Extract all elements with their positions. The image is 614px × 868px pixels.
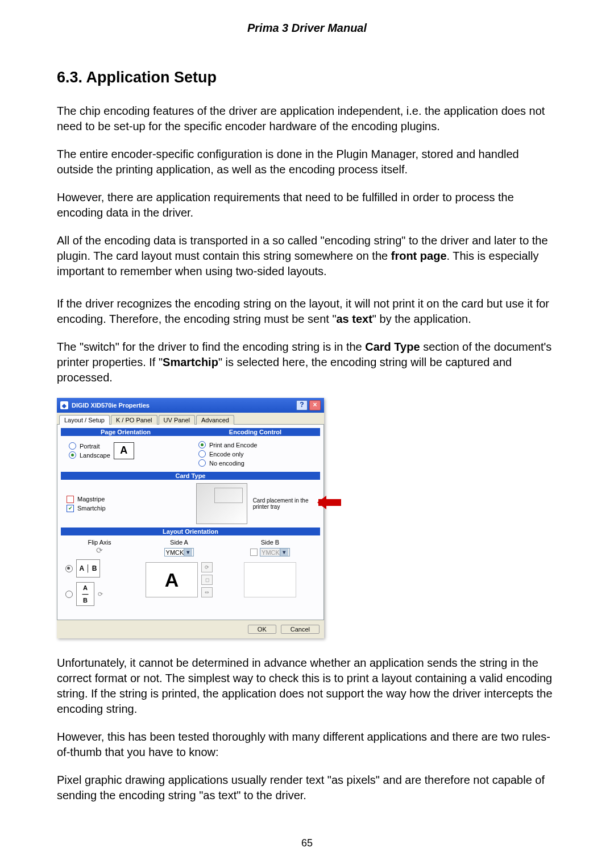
side-b-enable-check[interactable] xyxy=(250,549,258,556)
tab-page: Page Orientation Portrait Landscape A En… xyxy=(57,424,324,620)
radio-label: Encode only xyxy=(209,451,244,458)
side-a-preview: A xyxy=(146,562,198,597)
titlebar: ◆ DIGID XID570ie Properties ? × xyxy=(57,398,324,413)
flip-vertical[interactable]: A—B⟳ xyxy=(65,582,134,606)
check-label: Smartchip xyxy=(77,505,106,512)
card-placement-caption: Card placement in the printer tray xyxy=(253,497,314,510)
rotate-icon: ⟳ xyxy=(65,546,134,555)
combo-value: YMCK xyxy=(262,549,280,556)
tab-strip: Layout / Setup K / PO Panel UV Panel Adv… xyxy=(57,413,324,425)
red-arrow-annotation xyxy=(318,493,358,512)
bold: front page xyxy=(391,250,447,262)
document-header: Prima 3 Driver Manual xyxy=(57,22,557,35)
paragraph: However, there are application requireme… xyxy=(57,190,557,221)
radio-label: Portrait xyxy=(80,443,99,450)
radio-portrait[interactable]: Portrait xyxy=(69,442,110,450)
radio-print-and-encode[interactable]: Print and Encode xyxy=(198,441,312,448)
side-b-ymck-combo: YMCK▾ xyxy=(260,548,290,556)
band-page-orientation: Page Orientation xyxy=(61,428,190,436)
orientation-icon: A xyxy=(114,442,134,459)
section-heading: 6.3. Application Setup xyxy=(57,69,557,86)
band-card-type: Card Type xyxy=(61,472,320,480)
flip-axis-label: Flip Axis xyxy=(65,539,134,546)
mini-icon: ⇔ xyxy=(201,587,213,597)
dialog-buttons: OK Cancel xyxy=(57,620,324,638)
side-a-label: Side A xyxy=(170,539,188,546)
band-layout-orientation: Layout Orientation xyxy=(61,528,320,535)
tab-advanced[interactable]: Advanced xyxy=(196,415,234,425)
paragraph: The entire encoder-specific configuratio… xyxy=(57,147,557,177)
page-number: 65 xyxy=(57,837,557,849)
tab-k-po-panel[interactable]: K / PO Panel xyxy=(111,415,157,425)
app-icon: ◆ xyxy=(60,401,68,409)
bold: Card Type xyxy=(365,340,420,353)
side-b-label: Side B xyxy=(261,539,279,546)
bold: as text xyxy=(336,313,372,325)
bold: Smartchip xyxy=(163,356,218,368)
text: " by the application. xyxy=(372,313,471,325)
text: The "switch" for the driver to find the … xyxy=(57,340,365,353)
paragraph: Unfortunately, it cannot be determined i… xyxy=(57,655,557,717)
paragraph: The "switch" for the driver to find the … xyxy=(57,339,557,385)
radio-encode-only[interactable]: Encode only xyxy=(198,450,312,458)
paragraph: All of the encoding data is transported … xyxy=(57,233,557,279)
chevron-down-icon: ▾ xyxy=(280,549,288,556)
properties-dialog: ◆ DIGID XID570ie Properties ? × Layout /… xyxy=(57,398,324,638)
radio-label: No encoding xyxy=(209,460,244,467)
band-encoding-control: Encoding Control xyxy=(190,428,320,436)
mini-icon: ⟳ xyxy=(201,562,213,572)
radio-label: Print and Encode xyxy=(209,442,257,448)
check-magstripe[interactable]: Magstripe xyxy=(67,496,185,503)
radio-label: Landscape xyxy=(80,452,110,459)
paragraph: Pixel graphic drawing applications usual… xyxy=(57,773,557,803)
close-button[interactable]: × xyxy=(309,400,321,410)
radio-no-encoding[interactable]: No encoding xyxy=(198,459,312,467)
mini-icon: ◻ xyxy=(201,575,213,585)
side-a-ymck-combo[interactable]: YMCK▾ xyxy=(164,548,194,556)
radio-landscape[interactable]: Landscape xyxy=(69,451,110,459)
ok-button[interactable]: OK xyxy=(248,625,276,634)
tab-layout-setup[interactable]: Layout / Setup xyxy=(59,415,110,425)
combo-value: YMCK xyxy=(166,549,184,556)
tab-uv-panel[interactable]: UV Panel xyxy=(159,415,195,425)
text: If the driver recognizes the encoding st… xyxy=(57,297,549,325)
cancel-button[interactable]: Cancel xyxy=(281,625,320,634)
paragraph: The chip encoding features of the driver… xyxy=(57,103,557,134)
window-title: DIGID XID570ie Properties xyxy=(72,402,294,409)
card-placement-image xyxy=(196,483,247,524)
side-b-preview xyxy=(244,562,296,597)
flip-horizontal[interactable]: A │ B xyxy=(65,559,134,578)
check-label: Magstripe xyxy=(77,496,105,502)
check-smartchip[interactable]: Smartchip xyxy=(67,505,185,512)
help-button[interactable]: ? xyxy=(296,400,308,410)
paragraph: However, this has been tested thoroughly… xyxy=(57,729,557,760)
paragraph: If the driver recognizes the encoding st… xyxy=(57,296,557,327)
chevron-down-icon: ▾ xyxy=(184,549,192,556)
